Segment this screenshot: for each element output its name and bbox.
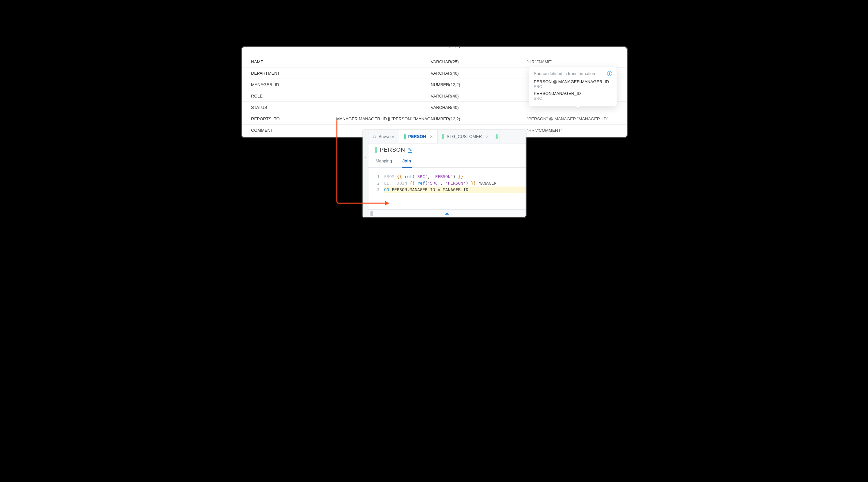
close-icon[interactable]: ×: [486, 134, 489, 139]
col-source: "PERSON" @ MANAGER."MANAGER_ID"...: [527, 116, 627, 121]
popover-entry: PERSON @ MANAGER.MANAGER_ID SRC: [534, 79, 612, 89]
edit-icon[interactable]: ✎: [408, 148, 412, 153]
chevron-up-icon[interactable]: [445, 212, 449, 215]
info-icon[interactable]: i: [607, 71, 612, 76]
tab-stg-customer[interactable]: STG_CUSTOMER ×: [438, 130, 493, 143]
drag-handle-icon[interactable]: ⋮⋮: [245, 72, 250, 74]
code-line-highlighted[interactable]: ON PERSON.MANAGER_ID = MANAGER.ID: [384, 186, 526, 193]
tab-overflow[interactable]: [493, 130, 500, 143]
drag-handle-icon[interactable]: ⋮⋮: [245, 95, 250, 97]
close-icon[interactable]: ×: [430, 134, 433, 139]
code-editor[interactable]: 1 2 3 FROM {{ ref('SRC', 'PERSON') }} LE…: [368, 168, 526, 194]
code-line[interactable]: FROM {{ ref('SRC', 'PERSON') }}: [384, 174, 526, 180]
drag-handle-icon[interactable]: ⋮⋮: [245, 118, 250, 120]
col-name: DEPARTMENT: [250, 71, 336, 76]
tab-person[interactable]: PERSON ×: [399, 130, 438, 143]
col-name: REPORTS_TO: [250, 116, 336, 121]
object-header: PERSON ✎: [368, 144, 526, 155]
editor-panel: + ⌂ Browser PERSON × STG_CUSTOMER ×: [363, 130, 526, 217]
drag-handle-icon[interactable]: ⋮⋮: [245, 61, 250, 63]
object-chip-icon: [496, 134, 498, 139]
popover-entry-sub: SRC: [534, 85, 612, 89]
col-type: NUMBER(12,2): [431, 82, 527, 87]
col-type: VARCHAR(40): [431, 94, 527, 98]
object-title: PERSON: [380, 147, 405, 153]
home-icon: ⌂: [373, 134, 376, 139]
subtab-join[interactable]: Join: [402, 156, 412, 168]
editor-gutter: [363, 130, 368, 217]
popover-caret-icon: [576, 106, 581, 109]
tab-label: STG_CUSTOMER: [447, 134, 482, 139]
col-name: NAME: [250, 59, 336, 64]
object-chip-icon: [404, 134, 406, 139]
col-name: ROLE: [250, 94, 336, 98]
col-type: VARCHAR(40): [431, 105, 527, 110]
col-type: NUMBER(12,2): [431, 116, 527, 121]
col-expr: MANAGER.MANAGER_ID || "PERSON"."MANAG: [336, 116, 431, 121]
object-chip-icon: [375, 147, 377, 153]
subtab-mapping[interactable]: Mapping: [375, 156, 393, 167]
code-line[interactable]: LEFT JOIN {{ ref('SRC', 'PERSON') }} MAN…: [384, 180, 526, 186]
tab-browser[interactable]: ⌂ Browser: [368, 130, 399, 143]
table-row[interactable]: ⋮⋮ NAME VARCHAR(25) "HR"."NAME": [242, 56, 627, 67]
table-row[interactable]: ⋮⋮ REPORTS_TO MANAGER.MANAGER_ID || "PER…: [242, 113, 627, 125]
col-source: HR . KEY: [527, 47, 627, 48]
col-type: VARCHAR(40): [431, 71, 527, 76]
drag-handle-icon[interactable]: ⋮⋮: [245, 129, 250, 131]
popover-entry-main: PERSON @ MANAGER.MANAGER_ID: [534, 79, 612, 84]
source-popover: Source defined in transformation i PERSO…: [529, 67, 617, 106]
col-source: "HR"."COMMENT": [527, 128, 627, 133]
scrollbar-thumb[interactable]: [370, 211, 373, 216]
popover-title: Source defined in transformation: [534, 71, 595, 76]
tab-label: PERSON: [408, 134, 426, 139]
subtabs: Mapping Join: [368, 155, 526, 168]
col-name: MANAGER_ID: [250, 82, 336, 87]
col-type: NUMBER(38,0): [431, 47, 527, 48]
table-row[interactable]: ⋮⋮ KEY NUMBER(38,0) HR . KEY: [242, 47, 627, 56]
col-source: "HR"."NAME": [527, 59, 627, 64]
popover-entry: PERSON.MANAGER_ID SRC: [534, 91, 612, 101]
popover-entry-main: PERSON.MANAGER_ID: [534, 91, 612, 96]
drag-handle-icon[interactable]: ⋮⋮: [245, 106, 250, 109]
col-name: COMMENT: [250, 128, 336, 133]
col-type: VARCHAR(25): [431, 59, 527, 64]
editor-footer: [368, 209, 526, 217]
popover-entry-sub: SRC: [534, 96, 612, 101]
line-numbers: 1 2 3: [368, 174, 384, 193]
object-chip-icon: [442, 134, 444, 139]
editor-tabs: ⌂ Browser PERSON × STG_CUSTOMER ×: [368, 130, 526, 144]
col-name: KEY: [250, 47, 336, 48]
tab-label: Browser: [378, 134, 394, 139]
col-name: STATUS: [250, 105, 336, 110]
add-icon[interactable]: +: [364, 154, 367, 160]
drag-handle-icon[interactable]: ⋮⋮: [245, 84, 250, 86]
